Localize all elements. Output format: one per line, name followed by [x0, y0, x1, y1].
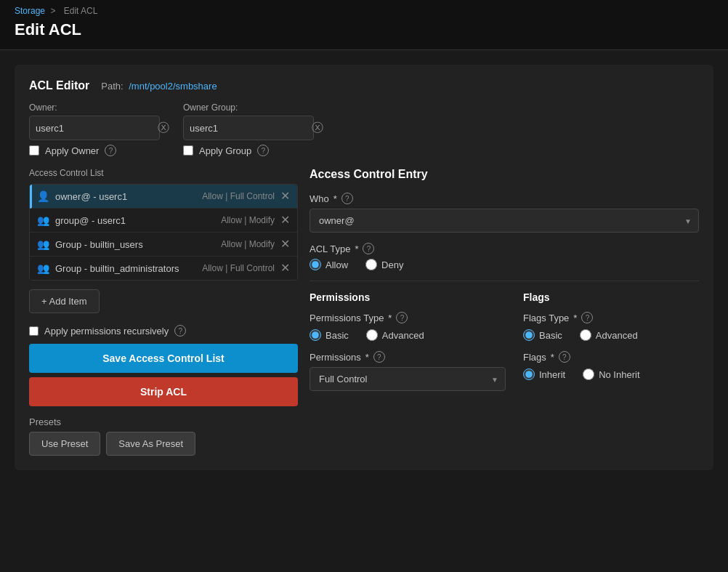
acl-type-allow-radio[interactable]: [310, 259, 321, 270]
perms-type-advanced-label: Advanced: [382, 330, 424, 341]
owner-group-clear-icon[interactable]: ⓧ: [312, 122, 323, 134]
who-help-icon[interactable]: ?: [341, 193, 353, 204]
acl-type-deny-label: Deny: [381, 259, 403, 270]
flags-no-inherit-radio[interactable]: [583, 368, 594, 380]
perms-type-basic-label: Basic: [325, 330, 349, 341]
presets-title: Presets: [29, 416, 298, 427]
apply-owner-checkbox[interactable]: [29, 145, 39, 156]
strip-acl-button[interactable]: Strip ACL: [29, 377, 298, 406]
apply-recursive-label: Apply permissions recursively: [44, 326, 169, 337]
owner-group-label: Owner Group:: [183, 102, 314, 113]
perms-select[interactable]: Full Control Modify Read Write Execute N…: [310, 367, 506, 391]
apply-recursive-help-icon[interactable]: ?: [174, 325, 186, 337]
flags-type-help-icon[interactable]: ?: [581, 312, 593, 323]
acl-type-deny-radio[interactable]: [365, 259, 377, 270]
acl-item-remove-3[interactable]: ✕: [280, 262, 290, 274]
flags-inherit-option[interactable]: Inherit: [523, 368, 565, 380]
save-acl-button[interactable]: Save Access Control List: [29, 344, 298, 373]
owner-clear-icon[interactable]: ⓧ: [158, 122, 169, 134]
acl-list: 👤 owner@ - userc1 Allow | Full Control ✕…: [29, 184, 298, 281]
who-select[interactable]: owner@ group@ everyone@ User Group: [310, 209, 699, 233]
required-asterisk-who: *: [333, 193, 337, 204]
acl-item-0[interactable]: 👤 owner@ - userc1 Allow | Full Control ✕: [30, 185, 297, 209]
perms-help-icon[interactable]: ?: [373, 351, 385, 363]
acl-item-name-3: Group - builtin_administrators: [55, 263, 196, 274]
flags-no-inherit-option[interactable]: No Inherit: [583, 368, 639, 380]
acl-item-remove-1[interactable]: ✕: [280, 214, 290, 226]
acl-item-3[interactable]: 👥 Group - builtin_administrators Allow |…: [30, 257, 297, 280]
acl-item-2[interactable]: 👥 Group - builtin_users Allow | Modify ✕: [30, 233, 297, 257]
apply-group-help-icon[interactable]: ?: [257, 145, 269, 156]
owner-label: Owner:: [29, 102, 160, 113]
acl-item-remove-0[interactable]: ✕: [280, 190, 290, 202]
apply-group-checkbox[interactable]: [183, 145, 193, 156]
apply-owner-help-icon[interactable]: ?: [105, 145, 116, 156]
acl-path-label: Path: /mnt/pool2/smbshare: [101, 81, 217, 92]
acl-editor-title: ACL Editor: [29, 79, 89, 92]
flags-title: Flags: [523, 291, 699, 303]
acl-item-remove-2[interactable]: ✕: [280, 238, 290, 250]
acl-path-value: /mnt/pool2/smbshare: [129, 81, 217, 92]
perms-type-help-icon[interactable]: ?: [396, 312, 408, 323]
acl-item-icon-1: 👥: [37, 214, 49, 226]
flags-type-basic-radio[interactable]: [523, 329, 535, 341]
acl-item-icon-3: 👥: [37, 262, 49, 274]
save-as-preset-button[interactable]: Save As Preset: [106, 432, 195, 456]
permissions-title: Permissions: [310, 291, 506, 303]
acl-item-perms-1: Allow | Modify: [221, 215, 275, 225]
flags-inherit-label: Inherit: [539, 369, 565, 380]
breadcrumb: Storage > Edit ACL: [15, 6, 713, 16]
acl-item-perms-3: Allow | Full Control: [202, 263, 275, 273]
acl-type-allow-label: Allow: [325, 259, 348, 270]
acl-item-icon-0: 👤: [37, 190, 49, 202]
flags-type-basic-option[interactable]: Basic: [523, 329, 562, 341]
apply-recursive-checkbox[interactable]: [29, 326, 39, 336]
apply-owner-label: Apply Owner: [45, 145, 99, 156]
acl-type-deny-option[interactable]: Deny: [365, 259, 403, 270]
flags-inherit-radio[interactable]: [523, 368, 535, 380]
owner-input[interactable]: [36, 123, 158, 134]
use-preset-button[interactable]: Use Preset: [29, 432, 100, 456]
owner-group-input[interactable]: [190, 123, 312, 134]
breadcrumb-current: Edit ACL: [64, 6, 98, 16]
flags-type-basic-label: Basic: [539, 330, 562, 341]
acl-item-name-2: Group - builtin_users: [55, 239, 215, 250]
acl-item-perms-0: Allow | Full Control: [202, 191, 275, 201]
required-asterisk-acl-type: *: [355, 243, 358, 254]
who-label: Who: [310, 193, 329, 204]
acl-item-1[interactable]: 👥 group@ - userc1 Allow | Modify ✕: [30, 209, 297, 233]
perms-label: Permissions: [310, 352, 361, 363]
acl-type-allow-option[interactable]: Allow: [310, 259, 348, 270]
flags-type-advanced-radio[interactable]: [580, 329, 591, 341]
perms-type-basic-option[interactable]: Basic: [310, 329, 349, 341]
flags-type-advanced-label: Advanced: [596, 330, 638, 341]
flags-label: Flags: [523, 352, 546, 363]
add-item-button[interactable]: + Add Item: [29, 289, 100, 313]
acl-item-name-1: group@ - userc1: [55, 215, 215, 226]
page-title: Edit ACL: [15, 16, 713, 47]
acl-item-icon-2: 👥: [37, 238, 49, 250]
acl-item-perms-2: Allow | Modify: [221, 239, 275, 249]
perms-type-basic-radio[interactable]: [310, 329, 321, 341]
breadcrumb-storage[interactable]: Storage: [15, 6, 45, 16]
ace-title: Access Control Entry: [310, 168, 699, 181]
flags-no-inherit-label: No Inherit: [599, 369, 639, 380]
acl-type-help-icon[interactable]: ?: [363, 243, 374, 254]
perms-type-advanced-option[interactable]: Advanced: [366, 329, 424, 341]
flags-help-icon[interactable]: ?: [559, 351, 570, 363]
apply-group-label: Apply Group: [199, 145, 251, 156]
acl-list-title: Access Control List: [29, 168, 298, 178]
flags-type-label: Flags Type: [523, 313, 569, 323]
perms-type-advanced-radio[interactable]: [366, 329, 378, 341]
flags-type-advanced-option[interactable]: Advanced: [580, 329, 638, 341]
acl-item-name-0: owner@ - userc1: [55, 191, 196, 202]
perms-type-label: Permissions Type: [310, 313, 384, 323]
acl-type-label: ACL Type: [310, 243, 350, 254]
